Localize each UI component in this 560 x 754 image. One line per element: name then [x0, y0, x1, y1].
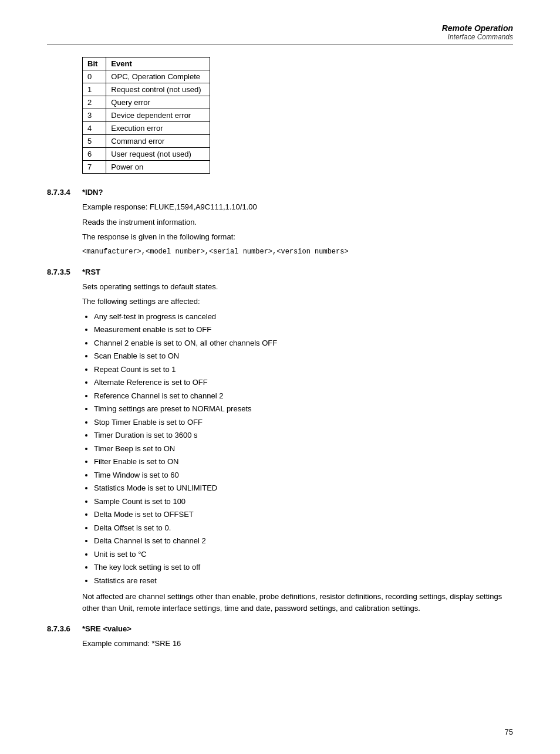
cell-event: Execution error	[106, 122, 210, 135]
cell-event: Command error	[106, 135, 210, 148]
list-item: Unit is set to °C	[94, 549, 513, 560]
table-row: 0OPC, Operation Complete	[83, 70, 210, 83]
idn-example: Example response: FLUKE,1594,A9C111,1.10…	[82, 201, 513, 213]
list-item: Measurement enable is set to OFF	[94, 324, 513, 336]
cell-event: User request (not used)	[106, 148, 210, 161]
cell-bit: 7	[83, 161, 106, 174]
idn-desc2: The response is given in the following f…	[82, 231, 513, 243]
section-rst: 8.7.3.5 *RST Sets operating settings to …	[47, 268, 513, 614]
list-item: Scan Enable is set to ON	[94, 350, 513, 362]
cell-bit: 4	[83, 122, 106, 135]
page-number: 75	[505, 728, 513, 736]
cell-bit: 1	[83, 83, 106, 96]
cell-bit: 6	[83, 148, 106, 161]
rst-desc2: The following settings are affected:	[82, 296, 513, 307]
table-row: 6User request (not used)	[83, 148, 210, 161]
list-item: Time Window is set to 60	[94, 469, 513, 481]
rst-desc1: Sets operating settings to default state…	[82, 281, 513, 293]
table-row: 5Command error	[83, 135, 210, 148]
cell-bit: 2	[83, 96, 106, 109]
list-item: Timing settings are preset to NORMAL pre…	[94, 403, 513, 415]
list-item: Stop Timer Enable is set to OFF	[94, 417, 513, 428]
cell-event: Device dependent error	[106, 109, 210, 122]
bit-event-table: Bit Event 0OPC, Operation Complete1Reque…	[82, 57, 210, 174]
cell-event: Power on	[106, 161, 210, 174]
list-item: Delta Channel is set to channel 2	[94, 535, 513, 547]
section-rst-title: *RST	[82, 268, 100, 276]
section-sre-title: *SRE <value>	[82, 624, 131, 633]
table-row: 1Request control (not used)	[83, 83, 210, 96]
header-subtitle: Interface Commands	[47, 33, 513, 41]
table-row: 4Execution error	[83, 122, 210, 135]
header-title: Remote Operation	[47, 23, 513, 33]
idn-format: <manufacturer>,<model number>,<serial nu…	[82, 246, 513, 257]
section-idn-number: 8.7.3.4	[47, 188, 82, 197]
col-bit: Bit	[83, 58, 106, 70]
table-row: 2Query error	[83, 96, 210, 109]
table-row: 3Device dependent error	[83, 109, 210, 122]
section-idn-title: *IDN?	[82, 188, 103, 197]
list-item: Repeat Count is set to 1	[94, 364, 513, 376]
col-event: Event	[106, 58, 210, 70]
list-item: Alternate Reference is set to OFF	[94, 377, 513, 388]
list-item: Delta Mode is set to OFFSET	[94, 509, 513, 520]
list-item: The key lock setting is set to off	[94, 562, 513, 573]
cell-event: Request control (not used)	[106, 83, 210, 96]
list-item: Sample Count is set to 100	[94, 496, 513, 508]
cell-event: Query error	[106, 96, 210, 109]
list-item: Timer Beep is set to ON	[94, 443, 513, 455]
rst-note: Not affected are channel settings other …	[82, 591, 513, 614]
rst-bullets-list: Any self-test in progress is canceledMea…	[94, 311, 513, 587]
section-sre-number: 8.7.3.6	[47, 624, 82, 633]
table-row: 7Power on	[83, 161, 210, 174]
list-item: Any self-test in progress is canceled	[94, 311, 513, 323]
page: Remote Operation Interface Commands Bit …	[0, 0, 560, 754]
list-item: Filter Enable is set to ON	[94, 456, 513, 468]
idn-desc1: Reads the instrument information.	[82, 217, 513, 228]
list-item: Reference Channel is set to channel 2	[94, 390, 513, 402]
sre-example: Example command: *SRE 16	[82, 638, 513, 650]
cell-bit: 3	[83, 109, 106, 122]
list-item: Delta Offset is set to 0.	[94, 522, 513, 534]
list-item: Timer Duration is set to 3600 s	[94, 430, 513, 441]
cell-bit: 5	[83, 135, 106, 148]
list-item: Channel 2 enable is set to ON, all other…	[94, 337, 513, 349]
section-rst-number: 8.7.3.5	[47, 268, 82, 276]
page-header: Remote Operation Interface Commands	[47, 23, 513, 45]
section-sre: 8.7.3.6 *SRE <value> Example command: *S…	[47, 624, 513, 650]
section-idn: 8.7.3.4 *IDN? Example response: FLUKE,15…	[47, 188, 513, 257]
cell-event: OPC, Operation Complete	[106, 70, 210, 83]
list-item: Statistics are reset	[94, 575, 513, 587]
list-item: Statistics Mode is set to UNLIMITED	[94, 482, 513, 494]
cell-bit: 0	[83, 70, 106, 83]
